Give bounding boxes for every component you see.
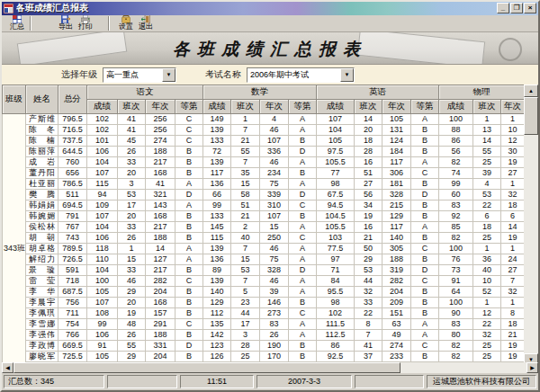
minimize-button[interactable]: _ xyxy=(497,3,509,13)
score-cell: 188 xyxy=(146,233,176,244)
score-cell: 139 xyxy=(203,125,231,136)
score-cell: 217 xyxy=(146,222,176,233)
total-cell: 754 xyxy=(58,319,87,330)
score-cell: 1 xyxy=(501,244,525,254)
total-cell: 718 xyxy=(58,276,87,287)
score-cell: 107 xyxy=(87,211,118,222)
scroll-left-icon[interactable]: ◀ xyxy=(2,362,14,373)
chevron-down-icon[interactable]: ▼ xyxy=(162,68,176,82)
score-cell: 7 xyxy=(355,330,382,341)
app-icon xyxy=(4,4,14,13)
score-cell: 19 xyxy=(501,233,525,244)
total-cell: 511 xyxy=(58,190,87,200)
score-cell: 136 xyxy=(203,254,231,265)
score-cell: 181 xyxy=(382,179,411,190)
grade-label: 选择年级 xyxy=(61,68,97,81)
score-cell: 83 xyxy=(439,319,473,330)
exam-label: 考试名称 xyxy=(205,68,241,81)
header-subject-physics: 物理 xyxy=(439,85,525,100)
score-cell: 149 xyxy=(203,114,231,125)
scroll-up-icon[interactable]: ▲ xyxy=(524,85,538,97)
horizontal-scroll-thumb[interactable] xyxy=(14,362,400,373)
score-cell: 140 xyxy=(382,233,411,244)
score-cell: B xyxy=(411,147,439,157)
title-bar: 各班成绩汇总报表 _ ❐ × xyxy=(2,2,538,15)
score-cell: 82 xyxy=(439,233,473,244)
header-score: 成绩 xyxy=(317,100,355,114)
score-cell: 76 xyxy=(439,254,473,265)
score-cell: 256 xyxy=(146,125,176,136)
restore-button[interactable]: ❐ xyxy=(510,3,523,13)
score-cell: 328 xyxy=(382,190,411,200)
score-cell: 15 xyxy=(231,179,260,190)
summarize-button[interactable]: 汇总 xyxy=(7,15,27,31)
close-button[interactable]: × xyxy=(524,3,536,13)
score-cell: 274 xyxy=(382,341,411,352)
score-cell: 111.5 xyxy=(317,319,355,330)
score-cell: 64 xyxy=(439,287,473,298)
table-row: 杜亚丽786.5115341A1361575A9827181B9941 xyxy=(3,179,525,190)
score-cell: 1 xyxy=(473,114,501,125)
score-cell: D xyxy=(411,190,439,200)
score-cell: 83 xyxy=(439,200,473,211)
vertical-scrollbar[interactable]: ▲ ▼ xyxy=(524,85,538,366)
settings-button[interactable]: 设置 xyxy=(116,15,136,31)
score-cell: 319 xyxy=(382,265,411,276)
score-cell: 19 xyxy=(501,157,525,168)
score-cell: C xyxy=(176,276,203,287)
score-cell: 82 xyxy=(439,341,473,352)
toolbar-button-label: 导出 xyxy=(58,23,73,31)
status-date: 2007-3-3 xyxy=(256,375,352,388)
score-cell: 215 xyxy=(382,200,411,211)
grade-select[interactable]: 高一重点 ▼ xyxy=(103,67,176,83)
score-cell: B xyxy=(411,352,439,362)
score-cell: 143 xyxy=(146,200,176,211)
score-cell: 91 xyxy=(87,341,118,352)
score-cell: 21 xyxy=(501,330,525,341)
chevron-down-icon[interactable]: ▼ xyxy=(340,68,354,82)
export-button[interactable]: 导出 xyxy=(56,15,76,31)
score-cell: 12 xyxy=(473,308,501,319)
score-cell: 21 xyxy=(355,233,382,244)
score-cell: 75 xyxy=(260,179,289,190)
score-cell: B xyxy=(176,308,203,319)
score-cell: 46 xyxy=(260,125,289,136)
exit-button[interactable]: 退出 xyxy=(136,15,156,31)
name-cell: 廖晓军 xyxy=(26,352,58,362)
total-cell: 756 xyxy=(58,298,87,308)
exam-select[interactable]: 2006年期中考试 ▼ xyxy=(247,67,355,83)
report-title: 各班成绩汇总报表 xyxy=(2,32,538,66)
score-cell: 106 xyxy=(87,330,118,341)
score-cell: 106 xyxy=(87,147,118,157)
vertical-scroll-track[interactable] xyxy=(524,135,538,353)
horizontal-scrollbar[interactable]: ◀ ▶ xyxy=(2,362,538,373)
table-row: 雷 莹71810046282C139746A8444282C91107 xyxy=(3,276,525,287)
scroll-right-icon[interactable]: ▶ xyxy=(526,362,538,373)
score-cell: 28 xyxy=(355,147,382,157)
header-score: 成绩 xyxy=(87,100,118,114)
score-cell: 94 xyxy=(87,190,118,200)
header-level: 等第 xyxy=(289,100,317,114)
name-cell: 樊 腾 xyxy=(26,190,58,200)
score-cell: 168 xyxy=(146,298,176,308)
company-name: 运城恩池软件科技有限公司 xyxy=(427,375,536,388)
vertical-scroll-thumb[interactable] xyxy=(524,97,538,135)
score-cell: 60 xyxy=(439,190,473,200)
header-subject-english: 英语 xyxy=(317,85,439,100)
name-cell: 景 璇 xyxy=(26,265,58,276)
score-cell: 25 xyxy=(473,352,501,362)
print-button[interactable]: 打印 xyxy=(76,15,95,31)
score-cell: A xyxy=(176,179,203,190)
score-cell: C xyxy=(289,308,317,319)
score-cell: 49 xyxy=(382,330,411,341)
score-cell: 233 xyxy=(382,352,411,362)
score-cell: B xyxy=(289,352,317,362)
horizontal-scroll-track[interactable] xyxy=(400,362,526,373)
score-cell: A xyxy=(289,287,317,298)
score-cell: 98 xyxy=(317,298,355,308)
header-level: 等第 xyxy=(411,100,439,114)
score-cell: 101 xyxy=(87,136,118,147)
score-cell: C xyxy=(289,200,317,211)
grade-select-value: 高一重点 xyxy=(104,68,162,82)
score-cell: 10 xyxy=(501,125,525,136)
